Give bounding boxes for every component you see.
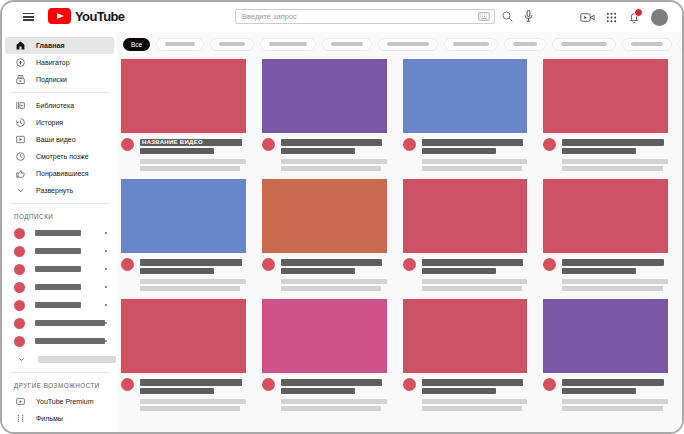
- video-thumbnail[interactable]: [262, 59, 387, 133]
- video-text-lines: [422, 258, 528, 291]
- chip-placeholder[interactable]: [552, 38, 616, 51]
- channel-avatar[interactable]: [121, 138, 134, 151]
- chip-placeholder[interactable]: [504, 38, 546, 51]
- sidebar-item-history[interactable]: История: [2, 114, 117, 131]
- video-thumbnail[interactable]: [543, 299, 668, 373]
- chip-placeholder[interactable]: [678, 38, 682, 51]
- new-content-dot: [105, 322, 107, 325]
- subscription-item[interactable]: [2, 296, 117, 314]
- sidebar-item-show-more[interactable]: Развернуть: [2, 182, 117, 199]
- subscription-item[interactable]: [2, 332, 117, 350]
- video-thumbnail[interactable]: [121, 299, 246, 373]
- apps-grid-icon[interactable]: [606, 12, 617, 23]
- keyboard-icon[interactable]: [478, 12, 490, 21]
- video-text-lines: [281, 378, 387, 411]
- video-card[interactable]: [121, 299, 246, 411]
- video-card[interactable]: [403, 59, 528, 171]
- video-card[interactable]: [543, 59, 668, 171]
- search-icon[interactable]: [501, 10, 514, 23]
- sidebar-item-library[interactable]: Библиотека: [2, 97, 117, 114]
- channel-avatar[interactable]: [121, 378, 134, 391]
- channel-avatar[interactable]: [403, 138, 416, 151]
- video-thumbnail[interactable]: [121, 179, 246, 253]
- video-card[interactable]: [543, 179, 668, 291]
- video-card[interactable]: [403, 299, 528, 411]
- sidebar-item-your-videos[interactable]: Ваши видео: [2, 131, 117, 148]
- chip-all[interactable]: Все: [123, 38, 150, 51]
- video-thumbnail[interactable]: [403, 179, 528, 253]
- chip-placeholder[interactable]: [210, 38, 254, 51]
- video-thumbnail[interactable]: [121, 59, 246, 133]
- channel-meta-bar: [422, 159, 528, 164]
- subscriptions-list: [2, 224, 117, 350]
- channel-meta-bar: [562, 159, 668, 164]
- channel-avatar[interactable]: [262, 378, 275, 391]
- video-thumbnail[interactable]: [543, 179, 668, 253]
- video-meta: [543, 258, 668, 291]
- video-text-lines: НАЗВАНИЕ ВИДЕО: [140, 138, 246, 171]
- liked-icon: [14, 168, 26, 179]
- channel-meta-bar: [140, 159, 246, 164]
- subscription-item[interactable]: [2, 260, 117, 278]
- mic-icon[interactable]: [522, 9, 535, 24]
- video-thumbnail[interactable]: [403, 59, 528, 133]
- channel-avatar: [14, 282, 25, 293]
- user-avatar[interactable]: [651, 9, 668, 26]
- channel-avatar[interactable]: [543, 258, 556, 271]
- hamburger-menu-icon[interactable]: [23, 13, 34, 21]
- subscription-item[interactable]: [2, 242, 117, 260]
- sidebar-item-youtube-premium[interactable]: YouTube Premium: [2, 393, 117, 410]
- channel-avatar[interactable]: [403, 378, 416, 391]
- channel-avatar[interactable]: [121, 258, 134, 271]
- search-box: [235, 9, 495, 24]
- compass-icon: [14, 57, 26, 68]
- create-video-icon[interactable]: [580, 12, 595, 23]
- sidebar-item-home[interactable]: Главная: [5, 37, 114, 54]
- chip-placeholder[interactable]: [156, 38, 204, 51]
- video-card[interactable]: [121, 179, 246, 291]
- video-grid: НАЗВАНИЕ ВИДЕО: [117, 56, 682, 411]
- chip-placeholder[interactable]: [378, 38, 438, 51]
- chip-placeholder[interactable]: [260, 38, 316, 51]
- video-text-lines: [562, 378, 668, 411]
- youtube-logo[interactable]: YouTube: [48, 8, 124, 24]
- channel-avatar[interactable]: [403, 258, 416, 271]
- sidebar-item-liked-videos[interactable]: Понравившиеся: [2, 165, 117, 182]
- chip-placeholder-bar: [165, 42, 195, 47]
- sidebar-item-explore[interactable]: Навигатор: [2, 54, 117, 71]
- video-card[interactable]: НАЗВАНИЕ ВИДЕО: [121, 59, 246, 171]
- video-card[interactable]: [262, 179, 387, 291]
- channel-avatar[interactable]: [262, 258, 275, 271]
- channel-name-bar: [35, 230, 81, 236]
- logo-text: YouTube: [75, 9, 124, 24]
- subscriptions-show-more[interactable]: [2, 350, 117, 368]
- subscription-item[interactable]: [2, 224, 117, 242]
- chip-placeholder[interactable]: [444, 38, 498, 51]
- video-card[interactable]: [543, 299, 668, 411]
- video-thumbnail[interactable]: [543, 59, 668, 133]
- subscription-item[interactable]: [2, 314, 117, 332]
- video-thumbnail[interactable]: [262, 299, 387, 373]
- video-thumbnail[interactable]: [262, 179, 387, 253]
- video-thumbnail[interactable]: [403, 299, 528, 373]
- bell-icon[interactable]: [628, 11, 640, 24]
- video-card[interactable]: [403, 179, 528, 291]
- channel-avatar[interactable]: [543, 378, 556, 391]
- video-text-lines: [140, 258, 246, 291]
- sidebar-item-watch-later[interactable]: Смотреть позже: [2, 148, 117, 165]
- subscription-item[interactable]: [2, 278, 117, 296]
- sidebar-item-subscriptions[interactable]: Подписки: [2, 71, 117, 88]
- search-input[interactable]: [236, 12, 478, 21]
- new-content-dot: [105, 268, 108, 271]
- chip-placeholder[interactable]: [622, 38, 672, 51]
- sidebar-item-movies[interactable]: Фильмы: [2, 410, 117, 427]
- channel-name-bar: [35, 248, 81, 254]
- video-card[interactable]: [262, 59, 387, 171]
- channel-avatar[interactable]: [262, 138, 275, 151]
- chip-placeholder[interactable]: [322, 38, 372, 51]
- header-actions: [580, 2, 668, 32]
- channel-avatar[interactable]: [543, 138, 556, 151]
- chip-placeholder-bar: [561, 42, 607, 47]
- video-card[interactable]: [262, 299, 387, 411]
- video-title-bar: [422, 259, 524, 266]
